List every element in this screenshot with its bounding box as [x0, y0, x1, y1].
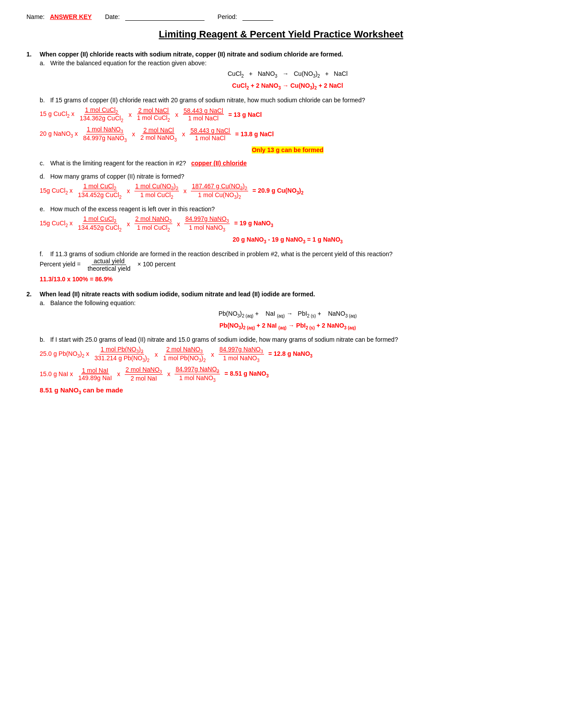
q1d-calc: 15g CuCl2 x 1 mol CuCl2 134.452g CuCl2 x… [40, 183, 536, 200]
q1b-label: b. [40, 97, 48, 104]
name-label: Name: [26, 13, 45, 20]
q1a-text: Write the balanced equation for the reac… [50, 60, 207, 67]
q1c-label: c. [40, 160, 48, 167]
q2b-label: b. [40, 336, 48, 343]
q1e-text: How much of the excess reagent is left o… [50, 205, 215, 213]
q2a-balanced: Pb(NO3)2 (aq) + 2 NaI (aq) → PbI2 (s) + … [40, 322, 536, 330]
q2a-text: Balance the following equation: [50, 299, 136, 306]
period-blank [242, 13, 273, 21]
q1e-calc: 15g CuCl2 x 1 mol CuCl2 134.452g CuCl2 x… [40, 215, 536, 232]
date-label: Date: [105, 13, 119, 20]
q2-num: 2. [26, 291, 37, 298]
q1f-formula: Percent yield = actual yield theoretical… [40, 258, 175, 272]
q1-num: 1. [26, 51, 37, 58]
q1-part-d: d. How many grams of copper (II) nitrate… [40, 173, 536, 200]
q1b-calc2: 20 g NaNO3 x 1 mol NaNO3 84.997g NaNO3 x… [40, 126, 536, 143]
q1-part-f: f. If 11.3 grams of sodium chloride are … [40, 250, 536, 283]
q1b-only13: Only 13 g can be formed [40, 146, 536, 153]
q1b-text: If 15 grams of copper (II) chloride reac… [50, 97, 365, 104]
question-2: 2. When lead (II) nitrate reacts with so… [26, 291, 536, 298]
q2a-unbalanced: Pb(NO3)2 (aq) + NaI (aq) → PbI2 (s) + Na… [40, 310, 536, 318]
header-line: Name: ANSWER KEY Date: Period: [26, 13, 536, 21]
q2b-calc1: 25.0 g Pb(NO3)2 x 1 mol Pb(NO3)2 331.214… [40, 346, 536, 363]
answer-key: ANSWER KEY [50, 13, 92, 20]
q1d-text: How many grams of copper (II) nitrate is… [50, 173, 184, 180]
q1e-answer: 20 g NaNO3 - 19 g NaNO3 = 1 g NaNO3 [40, 236, 536, 244]
q1c-text: What is the limiting reagent for the rea… [50, 160, 190, 167]
q2b-answer: 8.51 g NaNO3 can be made [40, 386, 536, 395]
date-blank [125, 13, 205, 21]
q1f-text: If 11.3 grams of sodium chloride are for… [50, 250, 399, 258]
q1-part-e: e. How much of the excess reagent is lef… [40, 205, 536, 244]
q1e-label: e. [40, 205, 48, 213]
q1f-answer: 11.3/13.0 x 100% = 86.9% [40, 276, 536, 283]
q1-part-a: a. Write the balanced equation for the r… [40, 60, 536, 90]
period-label: Period: [218, 13, 237, 20]
q2b-text: If I start with 25.0 grams of lead (II) … [50, 336, 398, 343]
q1-part-b: b. If 15 grams of copper (II) chloride r… [40, 97, 536, 153]
q1a-equation-balanced: CuCl2 + 2 NaNO3 → Cu(NO3)2 + 2 NaCl [40, 82, 536, 90]
q1-part-c: c. What is the limiting reagent for the … [40, 160, 536, 167]
q1c-answer: copper (II) chloride [191, 160, 247, 167]
q2a-label: a. [40, 299, 48, 306]
page-title: Limiting Reagent & Percent Yield Practic… [26, 29, 536, 40]
question-1: 1. When copper (II) chloride reacts with… [26, 51, 536, 58]
q2-part-b: b. If I start with 25.0 grams of lead (I… [40, 336, 536, 395]
q1a-equation-unbalanced: CuCl2 + NaNO3 → Cu(NO3)2 + NaCl [40, 70, 536, 78]
q1b-calc1: 15 g CuCl2 x 1 mol CuCl2 134.362g CuCl2 … [40, 106, 536, 123]
q2-part-a: a. Balance the following equation: Pb(NO… [40, 299, 536, 330]
q1-text: When copper (II) chloride reacts with so… [40, 51, 343, 58]
q1d-label: d. [40, 173, 48, 180]
q1f-label: f. [40, 250, 48, 258]
q2-text: When lead (II) nitrate reacts with sodiu… [40, 291, 315, 298]
q1a-label: a. [40, 60, 48, 67]
q2b-calc2: 15.0 g NaI x 1 mol NaI 149.89g NaI x 2 m… [40, 366, 536, 383]
